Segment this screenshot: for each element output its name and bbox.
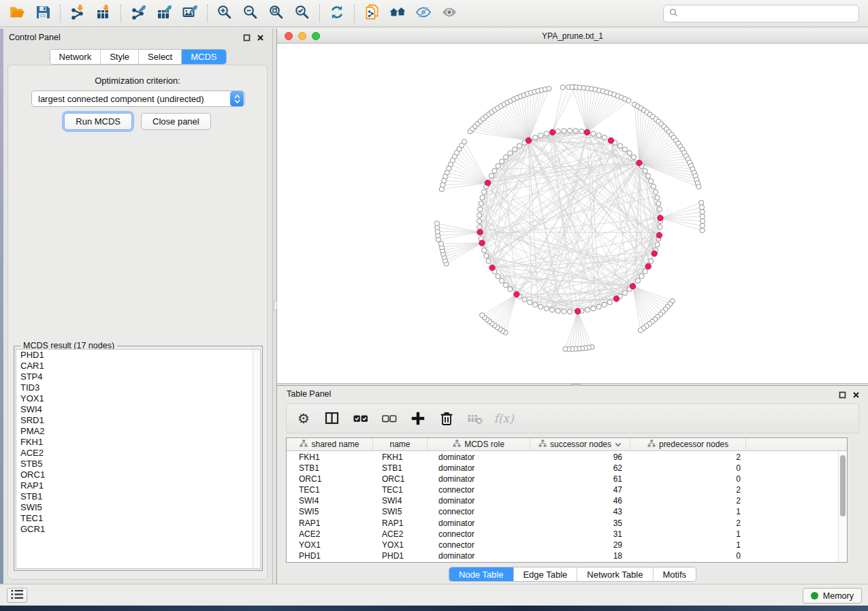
cell-predecessor_nodes: 0 — [630, 473, 746, 484]
table-row[interactable]: TEC1TEC1connector472 — [287, 484, 847, 495]
add-column-icon[interactable] — [406, 407, 430, 430]
export-image-button[interactable] — [179, 3, 201, 24]
table-row[interactable]: YOX1YOX1connector291 — [287, 540, 847, 550]
cell-name: RAP1 — [373, 517, 428, 528]
mcds-result-item[interactable]: SWI5 — [16, 502, 260, 513]
float-panel-icon[interactable] — [242, 33, 251, 42]
close-panel-icon[interactable] — [256, 33, 264, 42]
mcds-result-item[interactable]: ORC1 — [16, 469, 260, 480]
table-row[interactable]: ACE2ACE2connector311 — [287, 528, 847, 539]
automation-panel-button[interactable] — [7, 588, 27, 603]
mcds-result-item[interactable]: ACE2 — [16, 448, 260, 459]
run-mcds-button[interactable]: Run MCDS — [64, 113, 132, 130]
memory-label: Memory — [823, 591, 854, 601]
zoom-in-button[interactable] — [214, 3, 236, 24]
network-view-titlebar[interactable]: YPA_prune.txt_1 — [277, 29, 868, 44]
first-neighbors-icon — [389, 4, 406, 23]
cell-predecessor_nodes: 2 — [630, 451, 746, 462]
vertical-splitter-handle[interactable] — [274, 301, 277, 310]
column-header-label: predecessor nodes — [659, 440, 728, 449]
vertical-splitter[interactable] — [272, 29, 277, 584]
refresh-button[interactable] — [326, 3, 348, 24]
delete-column-icon[interactable] — [435, 407, 458, 430]
zoom-out-button[interactable] — [240, 3, 261, 24]
column-header-label: successor nodes — [550, 440, 611, 449]
tab-network-table[interactable]: Network Table — [577, 567, 653, 581]
cell-successor_nodes: 62 — [530, 462, 630, 473]
export-table-icon — [156, 4, 172, 23]
column-header-successor_nodes[interactable]: successor nodes — [530, 438, 630, 450]
tab-network[interactable]: Network — [50, 50, 101, 64]
dropdown-selected-value: largest connected component (undirected) — [32, 94, 230, 104]
table-scrollbar-thumb[interactable] — [840, 455, 846, 516]
tree-icon — [647, 440, 656, 449]
mcds-result-item[interactable]: GCR1 — [16, 524, 260, 535]
mcds-result-list[interactable]: PHD1CAR1STP4TID3YOX1SWI4SRD1PMA2FKH1ACE2… — [16, 349, 261, 569]
hide-selected-button[interactable] — [413, 3, 434, 24]
cell-successor_nodes: 61 — [530, 473, 630, 484]
mcds-result-item[interactable]: TID3 — [16, 382, 260, 393]
cell-name: YOX1 — [373, 540, 428, 550]
import-network-button[interactable] — [67, 3, 89, 24]
mcds-result-item[interactable]: TEC1 — [16, 513, 260, 524]
memory-button[interactable]: Memory — [803, 588, 862, 604]
export-table-button[interactable] — [153, 3, 175, 24]
table-row[interactable]: SWI4SWI4dominator462 — [287, 495, 847, 506]
tab-style[interactable]: Style — [101, 50, 139, 64]
zoom-selected-button[interactable] — [291, 3, 313, 24]
mcds-result-item[interactable]: STB5 — [16, 459, 260, 469]
table-scrollbar[interactable] — [838, 451, 847, 562]
column-header-name[interactable]: name — [373, 438, 428, 450]
table-row[interactable]: PHD1PHD1dominator180 — [287, 550, 847, 561]
tab-motifs[interactable]: Motifs — [653, 567, 696, 581]
cell-name: ORC1 — [373, 473, 428, 484]
table-row[interactable]: STB1STB1dominator620 — [287, 462, 847, 473]
mcds-result-item[interactable]: PMA2 — [16, 426, 260, 437]
table-row[interactable]: FKH1FKH1dominator962 — [287, 451, 847, 462]
save-button[interactable] — [32, 3, 54, 24]
new-network-from-selection-button[interactable] — [361, 3, 383, 24]
cell-shared_name: YOX1 — [287, 540, 373, 550]
mcds-result-item[interactable]: SRD1 — [16, 415, 260, 426]
column-header-shared_name[interactable]: shared name — [287, 438, 373, 450]
deselect-all-icon[interactable] — [378, 407, 401, 430]
mcds-result-item[interactable]: FKH1 — [16, 437, 260, 448]
mcds-result-item[interactable]: STB1 — [16, 491, 260, 502]
table-row[interactable]: ORC1ORC1dominator610 — [287, 473, 847, 484]
table-options-gear-icon[interactable]: ⚙ — [292, 407, 315, 430]
optimization-criterion-dropdown[interactable]: largest connected component (undirected) — [31, 90, 245, 107]
first-neighbors-button[interactable] — [387, 3, 408, 24]
tab-mcds[interactable]: MCDS — [182, 50, 225, 64]
table-row[interactable]: RAP1RAP1dominator352 — [287, 517, 847, 528]
table-row[interactable]: SWI5SWI5connector431 — [287, 506, 847, 517]
show-all-button[interactable] — [438, 3, 460, 24]
show-column-panel-icon[interactable] — [321, 407, 344, 430]
float-table-panel-icon[interactable] — [838, 391, 846, 399]
search-box[interactable] — [663, 5, 859, 22]
mcds-result-item[interactable]: STP4 — [16, 371, 260, 382]
new-network-from-selection-icon — [364, 4, 380, 23]
mcds-result-item[interactable]: SWI4 — [16, 404, 260, 415]
cell-name: ACE2 — [373, 528, 428, 539]
open-button[interactable] — [6, 3, 28, 24]
import-table-button[interactable] — [93, 3, 114, 24]
mcds-result-item[interactable]: RAP1 — [16, 480, 260, 491]
network-title: YPA_prune.txt_1 — [277, 31, 868, 41]
mcds-result-item[interactable]: PHD1 — [16, 350, 260, 361]
export-network-button[interactable] — [127, 3, 149, 24]
select-all-icon[interactable] — [349, 407, 372, 430]
zoom-fit-button[interactable] — [266, 3, 287, 24]
column-header-predecessor_nodes[interactable]: predecessor nodes — [630, 438, 746, 450]
cell-successor_nodes: 96 — [530, 451, 630, 462]
tab-node-table[interactable]: Node Table — [449, 567, 514, 581]
tab-select[interactable]: Select — [139, 50, 182, 64]
column-header-mcds_role[interactable]: MCDS role — [428, 438, 530, 450]
mcds-result-item[interactable]: CAR1 — [16, 361, 260, 371]
search-input[interactable] — [682, 9, 853, 18]
network-canvas[interactable] — [277, 44, 868, 383]
mcds-result-item[interactable]: YOX1 — [16, 393, 260, 404]
close-panel-button[interactable]: Close panel — [141, 113, 211, 130]
close-table-panel-icon[interactable] — [852, 391, 860, 399]
mcds-list-scrollbar[interactable] — [253, 350, 260, 568]
tab-edge-table[interactable]: Edge Table — [513, 567, 577, 581]
